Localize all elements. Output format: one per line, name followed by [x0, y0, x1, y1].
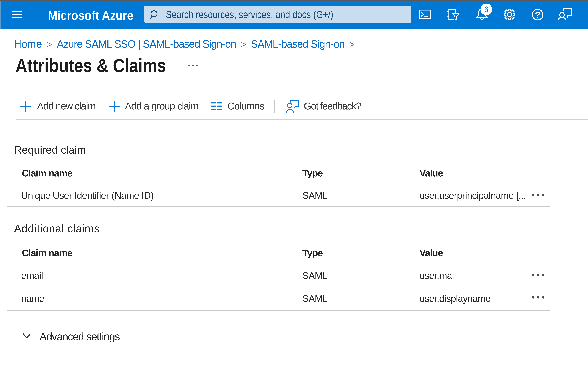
svg-text:?: ?	[535, 10, 540, 20]
